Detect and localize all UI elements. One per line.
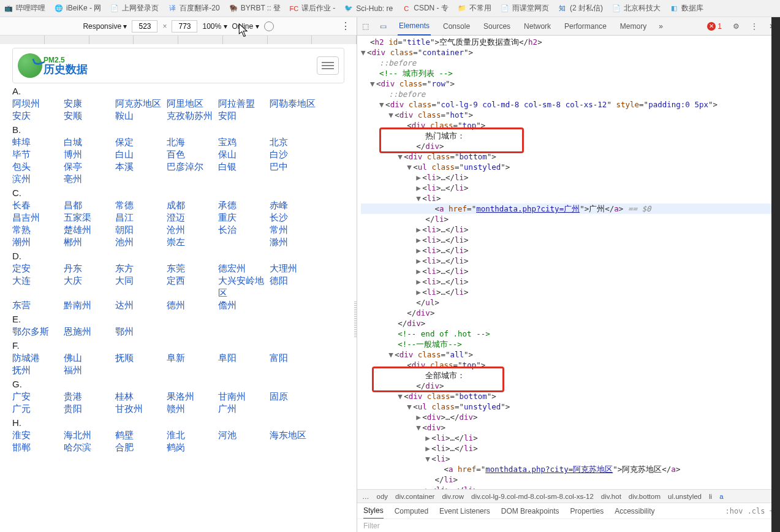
- crumb[interactable]: div.hot: [601, 493, 621, 500]
- city-link[interactable]: 本溪: [115, 161, 167, 173]
- throttle-selector[interactable]: Online ▾: [232, 22, 259, 31]
- city-link[interactable]: 赣州: [167, 403, 218, 415]
- style-tab[interactable]: Properties: [570, 503, 604, 519]
- city-link[interactable]: 常德: [115, 199, 167, 211]
- city-link[interactable]: 黔南州: [64, 299, 115, 311]
- city-link[interactable]: 克孜勒苏州: [167, 110, 218, 122]
- style-filter[interactable]: Filter: [357, 519, 780, 532]
- city-link[interactable]: 潮州: [12, 236, 64, 248]
- city-link[interactable]: 澄迈: [167, 211, 218, 224]
- bookmark-item[interactable]: 🌐iBeiKe - 网: [54, 3, 101, 13]
- city-link[interactable]: 常州: [270, 224, 321, 236]
- city-link[interactable]: 阿里地区: [167, 97, 218, 110]
- city-link[interactable]: 佛山: [64, 352, 115, 364]
- style-toggles[interactable]: :hov .cls +: [725, 507, 774, 515]
- city-link[interactable]: 安康: [64, 97, 115, 110]
- city-link[interactable]: 富阳: [270, 352, 321, 364]
- city-link[interactable]: 定西: [167, 275, 218, 299]
- devtools-tab-network[interactable]: Network: [523, 17, 552, 36]
- city-link[interactable]: 大连: [12, 275, 64, 299]
- devtools-tab-elements[interactable]: Elements: [398, 17, 431, 36]
- city-link[interactable]: 亳州: [64, 173, 115, 185]
- device-mode-icon[interactable]: ▭: [380, 22, 387, 31]
- crumb[interactable]: li: [709, 493, 712, 500]
- city-link[interactable]: 包头: [12, 161, 64, 173]
- city-link[interactable]: 长沙: [270, 211, 321, 224]
- city-link[interactable]: 大理州: [270, 262, 321, 275]
- style-tab[interactable]: Event Listeners: [439, 503, 490, 519]
- bookmark-item[interactable]: FC课后作业 -: [289, 3, 335, 13]
- city-link[interactable]: 固原: [270, 390, 321, 403]
- city-link[interactable]: 池州: [115, 236, 167, 248]
- city-link[interactable]: 广安: [12, 390, 64, 403]
- devtools-tab-memory[interactable]: Memory: [619, 17, 648, 36]
- error-badge[interactable]: ✕1: [707, 22, 722, 31]
- rotate-icon[interactable]: [264, 21, 274, 31]
- city-link[interactable]: 鹤壁: [115, 429, 167, 441]
- bookmark-item[interactable]: 译百度翻译-20: [167, 3, 219, 13]
- city-link[interactable]: 定安: [12, 262, 64, 275]
- city-link[interactable]: 巴中: [270, 161, 321, 173]
- style-tab[interactable]: DOM Breakpoints: [501, 503, 559, 519]
- style-tab[interactable]: Styles: [363, 503, 384, 519]
- city-link[interactable]: 德阳: [270, 275, 321, 299]
- crumb[interactable]: div.col-lg-9.col-md-8.col-sm-8.col-xs-12: [471, 493, 594, 500]
- devtools-kebab-icon[interactable]: ⋮: [751, 22, 758, 31]
- city-link[interactable]: 昌吉州: [12, 211, 64, 224]
- bookmark-item[interactable]: 📄上网登录页: [110, 3, 159, 13]
- city-link[interactable]: 阜新: [167, 352, 218, 364]
- city-link[interactable]: 白沙: [270, 148, 321, 161]
- city-link[interactable]: 朝阳: [115, 224, 167, 236]
- city-link[interactable]: 阜阳: [218, 352, 270, 364]
- city-link[interactable]: 阿拉善盟: [218, 97, 270, 110]
- city-link[interactable]: 鹤岗: [167, 441, 218, 454]
- crumb[interactable]: ody: [377, 493, 388, 500]
- city-link[interactable]: 广州: [218, 403, 270, 415]
- city-link[interactable]: 桂林: [115, 390, 167, 403]
- city-link[interactable]: 鄂尔多斯: [12, 325, 64, 338]
- bookmark-item[interactable]: CCSDN - 专: [401, 3, 449, 13]
- bookmark-item[interactable]: ◧数据库: [669, 3, 703, 13]
- city-link[interactable]: [218, 236, 270, 248]
- city-link[interactable]: 淮安: [12, 429, 64, 441]
- crumb[interactable]: ul.unstyled: [668, 493, 702, 500]
- city-link[interactable]: 楚雄州: [64, 224, 115, 236]
- city-link[interactable]: 大庆: [64, 275, 115, 299]
- city-link[interactable]: 德宏州: [218, 262, 270, 275]
- city-link[interactable]: 白城: [64, 136, 115, 148]
- city-link[interactable]: 北海: [167, 136, 218, 148]
- style-tab[interactable]: Computed: [395, 503, 428, 519]
- bookmark-item[interactable]: 知(2 封私信): [558, 3, 603, 13]
- city-link[interactable]: 河池: [218, 429, 270, 441]
- city-link[interactable]: 抚顺: [115, 352, 167, 364]
- city-link[interactable]: 保山: [218, 148, 270, 161]
- bookmark-item[interactable]: 📄北京科技大: [612, 3, 661, 13]
- city-link[interactable]: 郴州: [64, 236, 115, 248]
- city-link[interactable]: 丹东: [64, 262, 115, 275]
- city-link[interactable]: 宝鸡: [218, 136, 270, 148]
- kebab-icon[interactable]: ⋮: [341, 20, 350, 32]
- city-link[interactable]: 贵港: [64, 390, 115, 403]
- city-link[interactable]: 抚州: [12, 364, 64, 376]
- city-link[interactable]: 重庆: [218, 211, 270, 224]
- city-link[interactable]: 东方: [115, 262, 167, 275]
- bookmark-item[interactable]: 📁不常用: [457, 3, 491, 13]
- city-link[interactable]: 福州: [64, 364, 115, 376]
- city-link[interactable]: 长治: [218, 224, 270, 236]
- city-link[interactable]: 赤峰: [270, 199, 321, 211]
- bookmark-item[interactable]: 🐦Sci-Hub: re: [344, 4, 393, 13]
- city-link[interactable]: 鄂州: [115, 325, 167, 338]
- city-link[interactable]: 巴彦淖尔: [167, 161, 218, 173]
- devtools-tab-performance[interactable]: Performance: [563, 17, 608, 36]
- bookmark-item[interactable]: 🦬BYRBT :: 登: [229, 3, 281, 13]
- city-link[interactable]: 淮北: [167, 429, 218, 441]
- nav-toggle[interactable]: [317, 56, 339, 75]
- city-link[interactable]: 合肥: [115, 441, 167, 454]
- city-link[interactable]: 德州: [167, 299, 218, 311]
- city-link[interactable]: 崇左: [167, 236, 218, 248]
- device-selector[interactable]: Responsive ▾: [83, 22, 127, 31]
- city-link[interactable]: 安顺: [64, 110, 115, 122]
- city-link[interactable]: 保亭: [64, 161, 115, 173]
- city-link[interactable]: 哈尔滨: [64, 441, 115, 454]
- settings-icon[interactable]: ⚙: [733, 22, 740, 31]
